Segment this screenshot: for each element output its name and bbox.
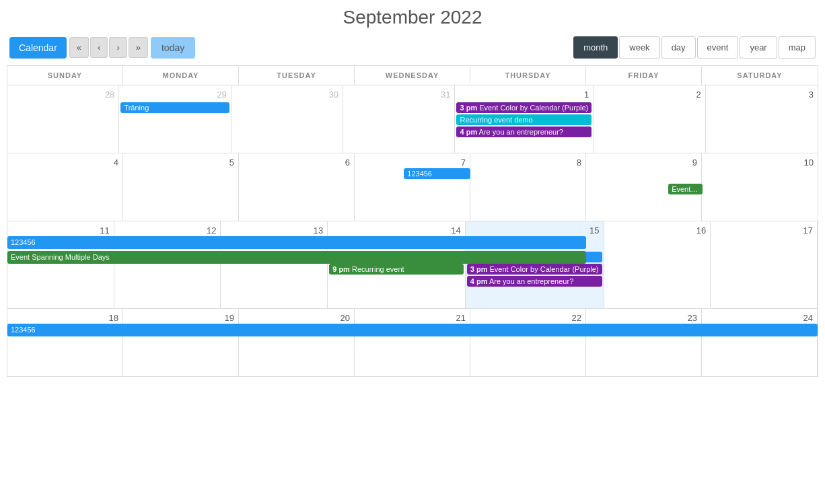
day-sep12: 12 7 am Beginners class [114, 221, 221, 308]
event-123456-w3[interactable]: 123456 [7, 236, 586, 249]
event-training[interactable]: Träning [120, 102, 229, 113]
week-row-3: 11 12 7 am Beginners class 13 14 3 pm Ev… [7, 221, 818, 309]
day-number: 18 [9, 312, 121, 324]
day-number: 22 [472, 312, 584, 324]
day-sep23: 23 [586, 309, 702, 376]
day-sep21: 21 [355, 309, 470, 376]
day-sep8: 8 [470, 153, 586, 221]
calendar-title: September 2022 [7, 7, 818, 28]
day-number: 6 [240, 156, 353, 169]
view-month-button[interactable]: month [573, 36, 618, 59]
day-number: 12 [116, 224, 219, 237]
header-sunday: SUNDAY [7, 66, 123, 85]
view-week-button[interactable]: week [619, 36, 659, 59]
day-number: 23 [587, 312, 700, 324]
day-sep9: 9 Event Spanning Multiple Days [586, 153, 702, 221]
day-number: 20 [240, 312, 353, 324]
today-button[interactable]: today [151, 37, 195, 59]
day-aug28: 28 [7, 85, 119, 153]
day-number: 8 [472, 156, 584, 169]
day-number: 21 [356, 312, 468, 324]
day-number: 9 [587, 156, 700, 169]
event-recurring-demo[interactable]: Recurring event demo [456, 114, 591, 125]
header-saturday: SATURDAY [702, 66, 818, 85]
day-sep10: 10 [702, 153, 818, 221]
header-wednesday: WEDNESDAY [355, 66, 470, 85]
header-friday: FRIDAY [586, 66, 702, 85]
event-spanning-w2[interactable]: Event Spanning Multiple Days [668, 184, 703, 194]
day-sep20: 20 [239, 309, 355, 376]
day-sep19: 19 [123, 309, 239, 376]
week-row-1: 28 29 Träning 30 31 1 3 pm Event Color b… [7, 85, 818, 153]
day-number: 29 [120, 88, 229, 101]
day-aug30: 30 [231, 85, 343, 153]
day-number: 7 [356, 156, 468, 169]
day-aug31: 31 [343, 85, 455, 153]
event-color-purple-w3[interactable]: 3 pm Event Color by Calendar (Purple) [467, 264, 602, 275]
event-entrepreneur-w1[interactable]: 4 pm Are you an entrepreneur? [456, 127, 591, 137]
nav-last-button[interactable]: » [129, 37, 148, 58]
day-sep1: 1 3 pm Event Color by Calendar (Purple) … [455, 85, 594, 153]
day-sep17: 17 [711, 221, 818, 308]
day-number: 1 [456, 88, 591, 101]
day-number: 14 [329, 224, 464, 237]
day-sep7: 7 123456 [355, 153, 470, 221]
view-map-button[interactable]: map [779, 36, 816, 59]
view-buttons: month week day event year map [573, 36, 816, 59]
day-number: 19 [124, 312, 237, 324]
day-number: 13 [222, 224, 326, 237]
day-sep22: 22 [470, 309, 586, 376]
view-year-button[interactable]: year [740, 36, 777, 59]
day-number: 30 [233, 88, 341, 101]
view-day-button[interactable]: day [661, 36, 696, 59]
toolbar: Calendar « ‹ › » today month week day ev… [7, 36, 818, 59]
week-row-4: 18 19 20 21 22 23 24 123456 [7, 309, 818, 377]
day-number: 15 [467, 224, 602, 237]
event-123456-w2[interactable]: 123456 [404, 168, 470, 179]
header-tuesday: TUESDAY [239, 66, 355, 85]
nav-first-button[interactable]: « [69, 37, 89, 58]
day-number: 11 [9, 224, 112, 237]
header-monday: MONDAY [123, 66, 239, 85]
header-thursday: THURSDAY [470, 66, 586, 85]
calendar-button[interactable]: Calendar [9, 37, 67, 59]
day-sep14: 14 3 pm Event Color by Calendar (Green) … [328, 221, 466, 308]
day-number: 24 [703, 312, 816, 324]
event-123456-w4[interactable]: 123456 [7, 324, 818, 336]
event-spanning-w3[interactable]: Event Spanning Multiple Days [7, 251, 586, 264]
day-number: 2 [595, 88, 703, 101]
calendar-grid: SUNDAY MONDAY TUESDAY WEDNESDAY THURSDAY… [7, 65, 818, 377]
toolbar-left: Calendar « ‹ › » today [9, 37, 195, 59]
nav-button-group: « ‹ › » [69, 37, 148, 58]
day-sep5: 5 [123, 153, 239, 221]
day-aug29: 29 Träning [119, 85, 231, 153]
day-sep6: 6 [239, 153, 355, 221]
day-sep13: 13 [221, 221, 328, 308]
day-sep2: 2 [594, 85, 705, 153]
nav-prev-button[interactable]: ‹ [90, 37, 108, 58]
day-number: 4 [9, 156, 121, 169]
view-event-button[interactable]: event [697, 36, 739, 59]
event-recurring-w3[interactable]: 9 pm Recurring event [329, 264, 464, 275]
calendar-container: September 2022 Calendar « ‹ › » today mo… [0, 0, 825, 504]
day-number: 28 [9, 88, 117, 101]
day-number: 10 [703, 156, 816, 169]
day-number: 3 [707, 88, 816, 101]
day-number: 16 [606, 224, 709, 237]
nav-next-button[interactable]: › [109, 37, 127, 58]
day-number: 5 [124, 156, 237, 169]
day-headers: SUNDAY MONDAY TUESDAY WEDNESDAY THURSDAY… [7, 66, 818, 85]
day-sep11: 11 [7, 221, 114, 308]
day-sep4: 4 [7, 153, 123, 221]
day-number: 17 [712, 224, 816, 237]
day-number: 31 [345, 88, 453, 101]
day-sep18: 18 [7, 309, 123, 376]
day-sep24: 24 [702, 309, 818, 376]
day-sep3: 3 [706, 85, 818, 153]
day-sep16: 16 [604, 221, 711, 308]
day-sep15: 15 7 am Beginners class 3 pm Event Color… [466, 221, 604, 308]
event-color-purple-w1[interactable]: 3 pm Event Color by Calendar (Purple) [456, 102, 591, 113]
event-entrepreneur-w3[interactable]: 4 pm Are you an entrepreneur? [467, 276, 602, 287]
week-row-2: 4 5 6 7 123456 8 9 Event Spanning Multip… [7, 153, 818, 221]
